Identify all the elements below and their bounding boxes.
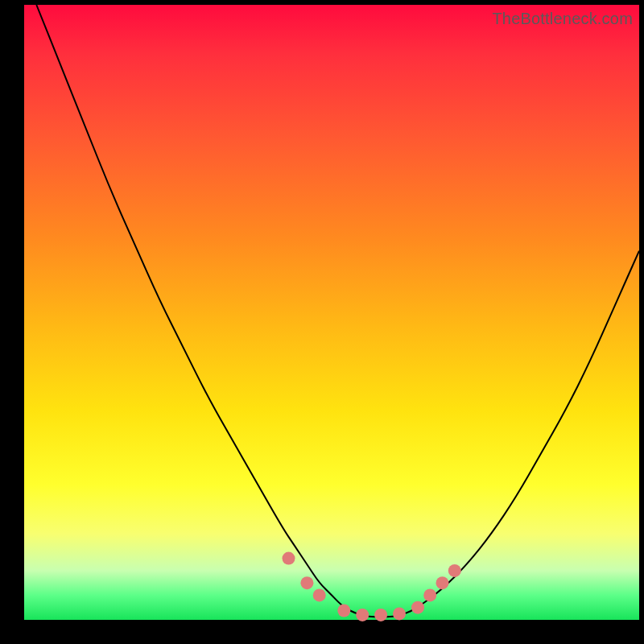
curve-marker [374, 609, 387, 621]
curve-markers [283, 552, 461, 621]
curve-marker [411, 601, 424, 614]
curve-marker [337, 605, 350, 617]
curve-marker [313, 588, 326, 601]
bottleneck-curve-svg [24, 5, 639, 620]
curve-marker [448, 564, 461, 577]
curve-marker [356, 609, 369, 621]
bottleneck-curve [36, 5, 639, 617]
chart-frame: TheBottleneck.com [0, 0, 644, 644]
curve-marker [436, 576, 449, 589]
curve-marker [423, 588, 436, 601]
curve-marker [283, 552, 295, 565]
plot-area: TheBottleneck.com [24, 5, 639, 620]
curve-marker [300, 576, 313, 589]
curve-marker [393, 607, 406, 620]
